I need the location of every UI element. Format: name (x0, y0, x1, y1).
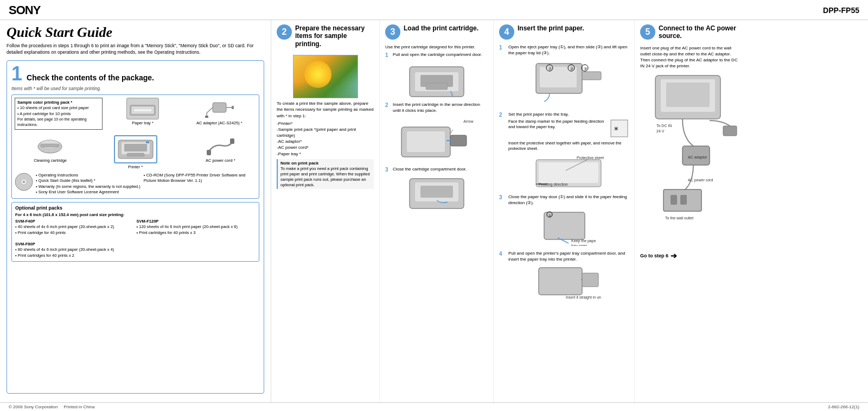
sony-logo: SONY (9, 3, 40, 17)
step3-diagram2: Arrow (385, 116, 488, 164)
svg-rect-45 (539, 162, 598, 183)
printer-svg (116, 137, 155, 162)
power-cord-label: AC power cord * (185, 158, 256, 163)
acc-cdrom: • CD-ROM (Sony DPP-FP55 Printer Driver S… (144, 173, 256, 184)
svg-rect-8 (205, 116, 208, 118)
svg-text:AC power cord: AC power cord (688, 178, 713, 182)
step3-body: Use the print cartridge designed for thi… (385, 44, 488, 213)
svm-f40p-model: SVM-F40P (15, 219, 135, 225)
intro-text: Follow the procedures in steps 1 through… (7, 43, 264, 56)
step4-circle: 4 (499, 24, 514, 40)
ac-adaptor-svg (205, 98, 234, 119)
paper-tray-svg (129, 100, 156, 117)
step3-sub1: 1 Pull and open the cartridge compartmen… (385, 52, 488, 59)
header: SONY DPP-FP55 (0, 0, 868, 20)
printer-label: Printer * (89, 165, 182, 169)
right-area: 2 Prepare the necessary items for sample… (271, 20, 868, 402)
packs-size-heading: For 4 x 6 inch (101.6 x 152.4 mm) post c… (15, 212, 256, 217)
package-row1: Sample color printing pack * • 10 sheets… (15, 98, 256, 132)
step3-title: Load the print cartridge. (404, 24, 478, 32)
svg-rect-14 (124, 144, 147, 151)
step3-desc: Use the print cartridge designed for thi… (385, 44, 488, 50)
acc-item2: • Quick Start Guide (this leaflet) * (36, 178, 141, 184)
step1-header: 1 Check the contents of the package. (11, 64, 259, 84)
svg-text:Feeding direction: Feeding direction (539, 182, 568, 187)
step2-body: To create a print like the sample above,… (277, 100, 374, 191)
svg-text:24 V: 24 V (656, 129, 665, 133)
svg-text:③: ③ (584, 67, 587, 71)
svg-rect-27 (407, 131, 445, 152)
printer-item: Printer * (89, 135, 182, 169)
svg-rect-3 (213, 103, 226, 112)
color-pack-item: Sample color printing pack * • 10 sheets… (15, 98, 103, 132)
step3-sub2-text: Insert the print cartridge in the arrow … (393, 102, 488, 113)
svg-rect-42 (611, 120, 628, 137)
svg-rect-17 (207, 150, 211, 155)
step5-title: Connect to the AC power source. (659, 24, 738, 40)
step4-sub1-text: Open the eject paper tray (①), and then … (508, 44, 629, 56)
svg-text:To DC IN: To DC IN (656, 124, 672, 128)
cleaning-label: Cleaning cartridge (15, 158, 86, 163)
svg-rect-16 (146, 141, 149, 143)
step2-item5: -Paper tray * (277, 151, 374, 157)
svm-f120p-item2: • Print cartridges for 40 prints x 3 (137, 230, 256, 236)
svg-rect-67 (671, 195, 677, 205)
svg-text:▣: ▣ (614, 126, 618, 131)
svm-f120p-item1: • 120 sheets of 4x 6 inch print paper (2… (137, 224, 256, 230)
step2-panel: 2 Prepare the necessary items for sample… (271, 20, 380, 402)
svg-rect-5 (232, 106, 234, 109)
step4-sub3-text: Close the paper tray door (①) and slide … (508, 194, 629, 206)
ac-adaptor-item: AC adaptor (AC-S2425) * (183, 98, 256, 132)
step3-panel: 3 Load the print cartridge. Use the prin… (380, 20, 494, 402)
svg-text:Protective sheet: Protective sheet (577, 156, 604, 160)
svg-text:Keep the paper eject: Keep the paper eject (571, 239, 596, 243)
ac-adaptor-label: AC adaptor (AC-S2425) * (183, 121, 256, 125)
ac-adaptor-icon (203, 98, 235, 119)
power-cord-icon (204, 135, 237, 157)
step1-title: Check the contents of the package. (27, 73, 154, 82)
step3-diagram1 (385, 61, 488, 99)
step4-diagram1: ① ② ③ (508, 58, 629, 107)
step5-circle: 5 (640, 24, 655, 40)
svg-rect-60 (666, 83, 710, 107)
copyright: © 2006 Sony Corporation Printed in China (9, 404, 94, 409)
step2-note-body: To make a print you need a print pack co… (280, 166, 371, 187)
step4-diagram2: Protective sheet Feeding direction (508, 154, 629, 189)
step5-panel: 5 Connect to the AC power source. Insert… (635, 20, 743, 402)
svg-rect-2 (133, 109, 152, 112)
paper-tray-open-svg: ① ② ③ (533, 58, 604, 107)
optional-packs-title: Optional print packs (15, 205, 256, 211)
step2-caption: To create a print like the sample above,… (277, 100, 374, 119)
cartridge-close-svg (404, 176, 469, 211)
package-row2: Cleaning cartridge (15, 135, 256, 169)
step4-sub4-text: Pull and open the printer's paper tray c… (508, 250, 629, 262)
left-panel: Quick Start Guide Follow the procedures … (0, 20, 271, 402)
svm-f40p-item2: • Print cartridge for 40 prints (15, 230, 135, 236)
step3-sub3: 3 Close the cartridge compartment door. (385, 166, 488, 174)
svg-rect-32 (420, 186, 453, 198)
step4-diagram3: ① Keep the paper eject tray open. (508, 208, 629, 246)
step4-sub2-text: Set the print paper into the tray. (508, 111, 629, 117)
paper-tray-icon (126, 98, 159, 119)
optional-packs: Optional print packs For 4 x 6 inch (101… (11, 202, 259, 262)
step4-sub2-num: 2 (499, 111, 505, 119)
go-to-step6: Go to step 6 ➔ (640, 251, 738, 262)
step2-list: -Printer* -Sample print pack *(print pap… (277, 121, 374, 157)
sample-print-image (293, 55, 358, 98)
cleaning-icon (34, 135, 67, 157)
model-name: DPP-FP55 (823, 6, 859, 15)
step3-diagram3 (385, 176, 488, 211)
svg-rect-28 (450, 135, 467, 146)
step5-diagram: To DC IN 24 V AC adaptor AC power cord (640, 73, 738, 246)
step4-stamp-diagram: ▣ (610, 119, 629, 140)
svg-rect-70 (723, 126, 737, 136)
step3-sub1-text: Pull and open the cartridge compartment … (393, 52, 482, 58)
cleaning-cartridge-item: Cleaning cartridge (15, 135, 86, 163)
svg-text:To the wall outlet: To the wall outlet (665, 216, 693, 220)
step1-container: 1 Check the contents of the package. Ite… (7, 60, 264, 394)
step4-protective-detail: Insert the protective sheet together wit… (508, 141, 629, 152)
accessories-left: • Operating Instructions • Quick Start G… (36, 173, 141, 195)
color-pack-box: Sample color printing pack * • 10 sheets… (15, 98, 103, 130)
footer: © 2006 Sony Corporation Printed in China… (0, 402, 868, 411)
svm-f80p-item2: • Print cartridges for 40 prints x 2 (15, 253, 135, 259)
